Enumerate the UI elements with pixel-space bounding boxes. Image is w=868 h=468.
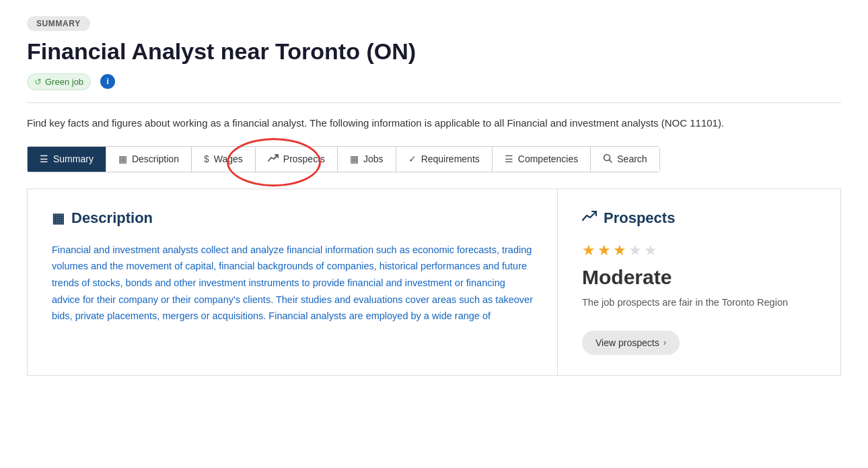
tab-jobs[interactable]: ▦ Jobs	[338, 147, 396, 172]
badges-row: ↺ Green job i	[27, 73, 841, 90]
star-5: ★	[644, 242, 657, 259]
tab-summary-label: Summary	[53, 154, 94, 164]
description-tab-icon: ▦	[118, 154, 127, 164]
tab-prospects[interactable]: Prospects	[256, 147, 338, 172]
description-section-title: Description	[71, 209, 153, 227]
description-section-icon: ▦	[52, 210, 65, 226]
nav-tabs-wrapper: ☰ Summary ▦ Description $ Wages Prospect…	[27, 146, 660, 172]
tab-requirements-label: Requirements	[421, 154, 480, 164]
stars-row: ★ ★ ★ ★ ★	[582, 242, 816, 259]
nav-tabs: ☰ Summary ▦ Description $ Wages Prospect…	[27, 146, 660, 172]
tab-search[interactable]: Search	[591, 147, 659, 172]
search-tab-icon	[603, 154, 612, 165]
prospects-tab-icon	[268, 154, 279, 165]
star-4: ★	[628, 242, 642, 259]
prospects-rating: Moderate	[582, 266, 816, 289]
tab-competencies[interactable]: ☰ Competencies	[493, 147, 591, 172]
description-section-header: ▦ Description	[52, 209, 533, 227]
summary-tab-icon: ☰	[40, 154, 48, 164]
star-3: ★	[613, 242, 626, 259]
leaf-icon: ↺	[34, 77, 42, 87]
svg-line-1	[610, 160, 612, 162]
green-job-label: Green job	[45, 77, 83, 87]
jobs-tab-icon: ▦	[350, 154, 359, 164]
tab-wages[interactable]: $ Wages	[192, 147, 256, 172]
competencies-tab-icon: ☰	[505, 154, 513, 164]
content-area: ▦ Description Financial and investment a…	[27, 189, 841, 376]
page-title: Financial Analyst near Toronto (ON)	[27, 38, 841, 65]
tab-summary[interactable]: ☰ Summary	[28, 147, 106, 172]
view-prospects-button[interactable]: View prospects ›	[582, 331, 680, 355]
divider-top	[27, 102, 841, 103]
prospects-panel: Prospects ★ ★ ★ ★ ★ Moderate The job pro…	[558, 189, 840, 375]
tab-requirements[interactable]: ✓ Requirements	[396, 147, 493, 172]
green-job-badge[interactable]: ↺ Green job	[27, 73, 91, 90]
summary-badge: SUMMARY	[27, 16, 90, 31]
description-panel: ▦ Description Financial and investment a…	[28, 189, 558, 375]
view-prospects-label: View prospects	[595, 337, 659, 348]
tab-prospects-label: Prospects	[283, 154, 325, 164]
description-intro: Find key facts and figures about working…	[27, 115, 841, 131]
tab-description-label: Description	[132, 154, 179, 164]
star-1: ★	[582, 242, 595, 259]
tab-wages-label: Wages	[214, 154, 243, 164]
prospects-section-header: Prospects	[582, 209, 816, 227]
tab-jobs-label: Jobs	[363, 154, 384, 164]
prospects-section-title: Prospects	[604, 209, 675, 227]
prospects-section-icon	[582, 210, 597, 226]
wages-tab-icon: $	[204, 154, 209, 164]
page-wrapper: SUMMARY Financial Analyst near Toronto (…	[0, 0, 868, 376]
prospects-description: The job prospects are fair in the Toront…	[582, 296, 816, 310]
chevron-right-icon: ›	[663, 337, 666, 347]
requirements-tab-icon: ✓	[408, 154, 417, 164]
info-icon[interactable]: i	[100, 74, 115, 89]
tab-search-label: Search	[617, 154, 647, 164]
description-body: Financial and investment analysts collec…	[52, 242, 533, 325]
tab-competencies-label: Competencies	[518, 154, 579, 164]
star-2: ★	[598, 242, 611, 259]
tab-description[interactable]: ▦ Description	[106, 147, 192, 172]
